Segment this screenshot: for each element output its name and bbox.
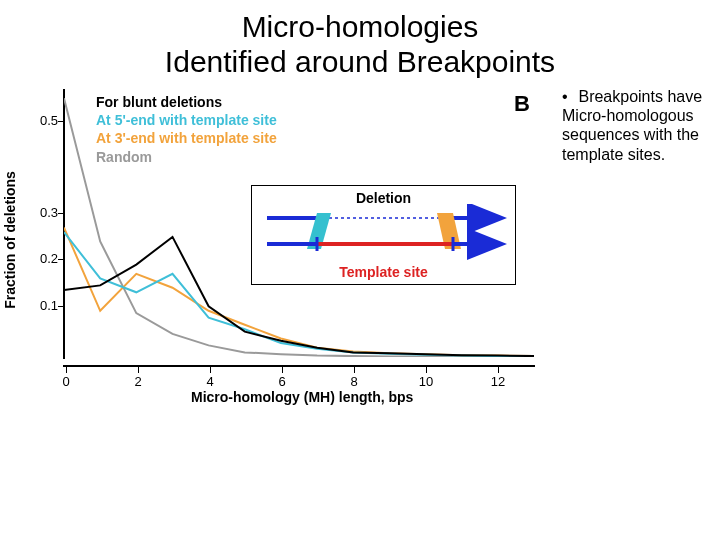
legend: For blunt deletions At 5'-end with templ… [96,93,277,166]
xtick-mark [354,367,355,373]
ytick-0-1: 0.1 [34,298,58,313]
title-line-1: Micro-homologies [242,10,479,43]
inset-template-label: Template site [258,264,509,280]
title-line-2: Identified around Breakpoints [165,45,555,78]
x-axis-line [63,365,535,367]
xtick-mark [282,367,283,373]
xtick-mark [66,367,67,373]
y-axis-label: Fraction of deletions [2,171,18,309]
legend-item-random: Random [96,148,277,166]
xtick-0: 0 [62,374,69,389]
xtick-4: 4 [206,374,213,389]
content-row: Fraction of deletions Micro-homology (MH… [16,85,704,395]
xtick-8: 8 [350,374,357,389]
xtick-2: 2 [134,374,141,389]
xtick-12: 12 [491,374,505,389]
xtick-mark [138,367,139,373]
bullet-text: Breakpoints have Micro-homologous sequen… [562,88,702,163]
chart-panel: Fraction of deletions Micro-homology (MH… [16,85,546,395]
inset-svg [259,204,509,264]
bullet-item: Breakpoints have Micro-homologous sequen… [562,87,704,164]
xtick-mark [210,367,211,373]
legend-item-blunt: For blunt deletions [96,93,277,111]
bullet-column: Breakpoints have Micro-homologous sequen… [556,87,704,164]
xtick-10: 10 [419,374,433,389]
legend-item-five: At 5'-end with template site [96,111,277,129]
xtick-mark [498,367,499,373]
ytick-0-5: 0.5 [34,113,58,128]
ytick-0-3: 0.3 [34,205,58,220]
xtick-mark [426,367,427,373]
ytick-0-2: 0.2 [34,251,58,266]
legend-item-three: At 3'-end with template site [96,129,277,147]
inset-diagram: Deletion [251,185,516,285]
slide-title: Micro-homologies Identified around Break… [16,10,704,79]
xtick-6: 6 [278,374,285,389]
x-axis-label: Micro-homology (MH) length, bps [191,389,413,405]
